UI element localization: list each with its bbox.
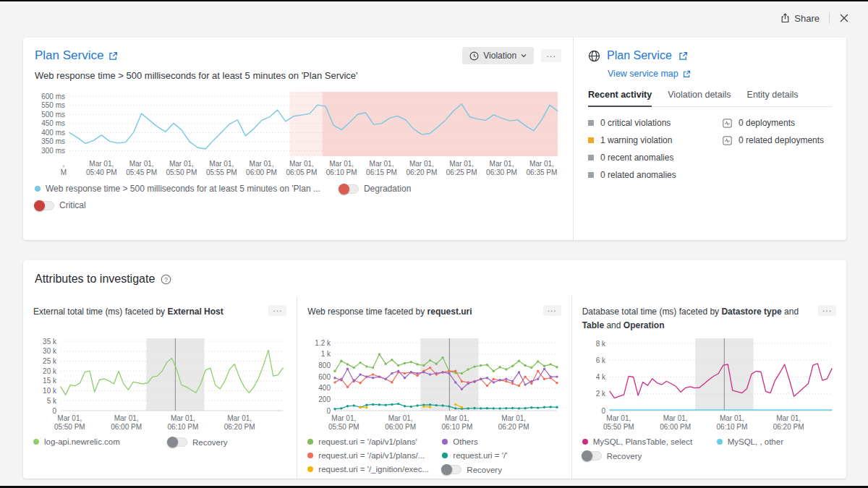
legend-row: Critical (35, 200, 561, 210)
svg-text:Mar 01,: Mar 01, (449, 160, 474, 168)
tab-violation-details[interactable]: Violation details (668, 90, 731, 106)
toggle-switch[interactable] (442, 465, 461, 474)
chart-title: External total time (ms) faceted by Exte… (33, 305, 286, 333)
svg-text:Mar 01,: Mar 01, (89, 160, 114, 168)
chart-title: Web response time faceted by request.uri… (307, 305, 561, 333)
legend-label: Critical (59, 200, 86, 210)
legend-label: request.uri = '/api/v1/plans/... (318, 451, 425, 460)
attribute-chart-2: Web response time faceted by request.uri… (297, 296, 571, 479)
svg-text:Mar 01,: Mar 01, (370, 160, 394, 168)
share-button[interactable]: Share (780, 13, 820, 24)
toggle-recovery[interactable]: Recovery (168, 437, 289, 447)
mini-chart: 8 k6 k4 k2 k0Mar 01,05:50 PMMar 01,06:00… (582, 333, 836, 434)
violation-subtitle: Web response time > 500 milliseconds for… (35, 70, 561, 81)
series-color-dot (307, 453, 313, 458)
svg-text:06:10 PM: 06:10 PM (167, 423, 198, 431)
legend-item[interactable]: request.uri = '/' (442, 451, 563, 460)
series-color-dot (582, 439, 588, 445)
violation-dropdown[interactable]: Violation (462, 47, 534, 64)
toggle-switch[interactable] (168, 437, 187, 447)
svg-text:4 k: 4 k (595, 373, 605, 381)
svg-text:Mar 01,: Mar 01, (329, 160, 354, 168)
legend-label: Recovery (607, 452, 642, 461)
tab-recent-activity[interactable]: Recent activity (588, 90, 652, 107)
svg-text:8 k: 8 k (595, 340, 605, 348)
entity-title: Plan Service (607, 49, 672, 62)
chart-more-button[interactable]: ... (268, 305, 286, 316)
svg-text:Mar 01,: Mar 01, (445, 414, 469, 422)
chart-title: Database total time (ms) faceted by Data… (582, 305, 836, 333)
activity-label: 0 recent anomalies (600, 153, 673, 163)
legend-item[interactable]: MySQL, , other (717, 437, 838, 446)
legend-label: Others (453, 437, 478, 446)
toggle-knob (34, 200, 45, 211)
toggle-critical[interactable]: Critical (35, 200, 86, 210)
entity-tabs: Recent activityViolation detailsEntity d… (588, 90, 832, 107)
legend-column: MySQL, , other (717, 437, 838, 461)
legend-item[interactable]: MySQL, PlansTable, select (582, 437, 704, 446)
svg-text:Mar 01,: Mar 01, (501, 414, 526, 422)
violation-more-button[interactable]: ... (541, 49, 561, 62)
activity-item: 0 related anomalies (588, 170, 723, 180)
status-square-icon (588, 120, 594, 126)
svg-text:600: 600 (319, 373, 331, 381)
activity-label: 1 warning violation (600, 135, 672, 145)
legend-item[interactable]: request.uri = '/api/v1/plans' (307, 437, 429, 446)
activity-item: 0 critical violations (588, 118, 723, 128)
legend-column: log-api.newrelic.com (33, 437, 155, 447)
svg-text:06:20 PM: 06:20 PM (406, 168, 437, 176)
svg-text:06:25 PM: 06:25 PM (446, 168, 477, 176)
legend-label: request.uri = '/api/v1/plans' (318, 437, 417, 446)
legend-item[interactable]: Others (442, 437, 563, 446)
violation-title-link[interactable]: Plan Service (35, 48, 118, 63)
toggle-switch[interactable] (339, 184, 359, 194)
toggle-recovery[interactable]: Recovery (442, 465, 563, 474)
legend-column: MySQL, PlansTable, selectRecovery (582, 437, 704, 461)
chart-more-button[interactable]: ... (543, 305, 561, 316)
series-color-dot (35, 186, 41, 192)
svg-text:06:05 PM: 06:05 PM (286, 168, 317, 176)
toggle-degradation[interactable]: Degradation (339, 184, 411, 194)
legend-label: Degradation (364, 184, 411, 194)
legend-item[interactable]: request.uri = '/api/v1/plans/... (307, 451, 429, 460)
svg-text:Mar 01,: Mar 01, (490, 160, 514, 168)
svg-text:05:50 PM: 05:50 PM (603, 423, 634, 431)
activity-label: 0 related deployments (739, 135, 824, 145)
chevron-down-icon (521, 53, 527, 58)
legend-item[interactable]: log-api.newrelic.com (33, 437, 155, 446)
svg-text:Mar 01,: Mar 01, (227, 414, 252, 422)
top-edge (0, 0, 868, 1)
chart-more-button[interactable]: ... (818, 305, 836, 316)
toggle-switch[interactable] (582, 451, 602, 461)
help-icon[interactable]: ? (161, 274, 171, 285)
view-service-map-link[interactable]: View service map (608, 69, 832, 79)
chart-legend: MySQL, PlansTable, selectRecoveryMySQL, … (582, 437, 836, 461)
svg-text:06:30 PM: 06:30 PM (486, 168, 517, 176)
svg-text:06:10 PM: 06:10 PM (716, 423, 747, 431)
toggle-recovery[interactable]: Recovery (582, 451, 704, 461)
entity-title-link[interactable]: Plan Service (588, 49, 832, 62)
svg-text:800: 800 (319, 361, 331, 369)
activity-label: 0 deployments (739, 118, 795, 128)
header-divider (829, 12, 830, 24)
legend-item[interactable]: Web response time > 500 milliseconds for… (35, 184, 320, 194)
svg-text:35 k: 35 k (43, 338, 57, 346)
svg-text:0: 0 (52, 407, 56, 415)
svg-text:06:00 PM: 06:00 PM (246, 168, 277, 176)
svg-text:M: M (61, 168, 67, 176)
legend-item[interactable]: request.uri = '/_ignition/exec... (307, 465, 429, 474)
close-button[interactable] (839, 13, 849, 23)
toggle-switch[interactable] (35, 201, 54, 210)
svg-text:200: 200 (319, 395, 331, 403)
share-icon (780, 13, 790, 23)
mini-chart: 35 k30 k25 k20 k15 k10 k5 k0Mar 01,05:50… (33, 333, 287, 434)
legend-label: Web response time > 500 milliseconds for… (46, 184, 320, 194)
tab-entity-details[interactable]: Entity details (747, 90, 799, 106)
activity-item: 0 deployments (723, 118, 832, 128)
clock-icon (469, 51, 479, 61)
svg-text:06:20 PM: 06:20 PM (773, 423, 804, 431)
legend-label: MySQL, PlansTable, select (593, 437, 692, 446)
svg-text:06:10 PM: 06:10 PM (442, 423, 473, 431)
chart-legend: log-api.newrelic.comRecovery (33, 437, 286, 447)
svg-text:06:00 PM: 06:00 PM (660, 423, 691, 431)
